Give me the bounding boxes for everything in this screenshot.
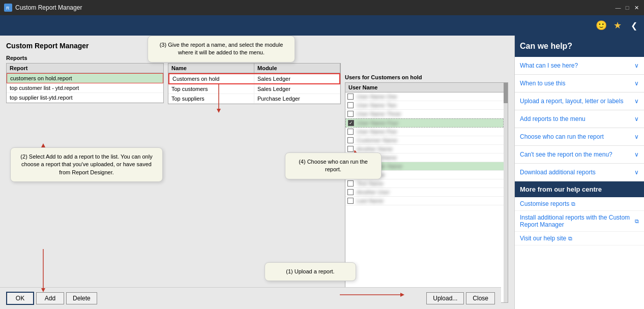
user-checkbox[interactable] <box>347 146 354 152</box>
list-item[interactable]: ✓ User Name Four <box>345 118 504 128</box>
user-name: Customer Name <box>357 137 502 143</box>
sidebar-item-add-reports[interactable]: Add reports to the menu ∨ <box>515 110 644 128</box>
close-button[interactable]: Close <box>466 292 495 304</box>
callout-choose-who: (4) Choose who can run the report. <box>285 152 382 179</box>
chevron-down-icon: ∨ <box>634 169 639 176</box>
user-checkbox[interactable] <box>347 189 354 195</box>
module-cell: Purchase Ledger <box>254 94 340 103</box>
name-header: Name <box>168 64 254 73</box>
upload-button[interactable]: Upload... <box>426 292 464 304</box>
chevron-down-icon: ∨ <box>634 80 639 87</box>
user-name: User Name Four <box>357 120 501 126</box>
module-header: Module <box>254 64 340 73</box>
external-link-icon: ⧉ <box>568 235 572 242</box>
list-item[interactable]: Test Name <box>345 179 504 188</box>
sidebar-item-cant-see[interactable]: Can't see the report on the menu? ∨ <box>515 146 644 164</box>
svg-text:R: R <box>6 6 10 11</box>
user-name: User Name Two <box>357 102 502 108</box>
reports-table-header: Report <box>7 64 163 73</box>
chevron-down-icon: ∨ <box>634 62 639 69</box>
user-checkbox[interactable] <box>347 102 354 108</box>
user-name: Another User <box>357 189 502 195</box>
sidebar-header: Can we help? <box>515 36 644 57</box>
name-cell: Top suppliers <box>168 94 254 103</box>
user-checkbox[interactable] <box>347 180 354 187</box>
external-link-icon: ⧉ <box>571 201 575 207</box>
sidebar-link-visit-help[interactable]: Visit our help site ⧉ <box>515 232 644 245</box>
title-bar: R Custom Report Manager — □ ✕ <box>0 0 644 15</box>
user-checkbox[interactable] <box>347 129 354 135</box>
module-cell: Sales Ledger <box>254 84 340 94</box>
window-controls: — □ ✕ <box>614 4 640 11</box>
user-checkbox[interactable]: ✓ <box>348 120 354 126</box>
users-header: User Name <box>345 83 504 92</box>
help-centre-header: More from our help centre <box>515 181 644 197</box>
table-row[interactable]: Top suppliers Purchase Ledger <box>168 94 340 104</box>
user-checkbox[interactable] <box>347 198 354 204</box>
user-checkbox[interactable] <box>347 111 354 117</box>
user-checkbox[interactable] <box>347 94 354 100</box>
table-row[interactable]: customers on hold.report <box>7 73 163 83</box>
user-name: Another Name <box>357 146 502 152</box>
chevron-down-icon: ∨ <box>634 98 639 105</box>
add-button[interactable]: Add <box>36 292 64 304</box>
list-item[interactable]: Customer Name <box>345 136 504 145</box>
reports-table: Report customers on hold.report top cust… <box>6 63 164 103</box>
sidebar: Can we help? What can I see here? ∨ When… <box>514 36 644 309</box>
user-name: Last Name <box>357 198 502 204</box>
star-icon[interactable]: ★ <box>611 19 624 32</box>
ok-button[interactable]: OK <box>6 292 34 305</box>
user-name: User Name One <box>357 94 502 100</box>
table-row[interactable]: top supplier list-ytd.report <box>7 93 163 103</box>
chevron-left-icon[interactable]: ❮ <box>628 19 640 32</box>
smiley-icon[interactable]: 🙂 <box>595 19 607 32</box>
module-cell: Sales Ledger <box>254 74 339 83</box>
list-item[interactable]: Last Name <box>345 197 504 205</box>
delete-button[interactable]: Delete <box>66 292 97 304</box>
name-cell: Customers on hold <box>169 74 254 83</box>
chevron-down-icon: ∨ <box>634 115 639 122</box>
app-icon: R <box>4 4 12 12</box>
external-link-icon: ⧉ <box>635 218 639 225</box>
users-table: User Name User Name One User Name Two <box>345 83 504 302</box>
minimize-button[interactable]: — <box>614 4 622 11</box>
list-item[interactable]: User Name Two <box>345 101 504 110</box>
list-item[interactable]: User Name Five <box>345 128 504 136</box>
chevron-down-icon: ∨ <box>634 151 639 158</box>
window-title: Custom Report Manager <box>15 4 82 11</box>
user-name: Test Name <box>357 180 502 187</box>
user-name: User Name Three <box>357 111 502 117</box>
table-row[interactable]: Customers on hold Sales Ledger <box>168 73 340 84</box>
sidebar-item-upload-report[interactable]: Upload a report, layout, letter or label… <box>515 92 644 110</box>
close-button[interactable]: ✕ <box>633 4 640 11</box>
callout-bottom: (1) Upload a report. <box>265 262 356 281</box>
sidebar-link-customise[interactable]: Customise reports ⧉ <box>515 197 644 211</box>
list-item[interactable]: User Name One <box>345 92 504 101</box>
name-module-table: Name Module Customers on hold Sales Ledg… <box>168 63 341 104</box>
list-item[interactable]: User Name Three <box>345 110 504 118</box>
sidebar-item-what-can-i-see[interactable]: What can I see here? ∨ <box>515 57 644 75</box>
sidebar-item-choose-who[interactable]: Choose who can run the report ∨ <box>515 128 644 146</box>
table-row[interactable]: Top customers Sales Ledger <box>168 84 340 94</box>
callout-top: (3) Give the report a name, and select t… <box>148 36 295 63</box>
toolbar: 🙂 ★ ❮ <box>0 15 644 36</box>
table-row[interactable]: top customer list - ytd.report <box>7 83 163 93</box>
sidebar-link-install-additional[interactable]: Install additional reports with the Cust… <box>515 211 644 232</box>
user-checkbox[interactable] <box>347 137 354 143</box>
maximize-button[interactable]: □ <box>624 4 631 11</box>
sidebar-item-download[interactable]: Download additional reports ∨ <box>515 164 644 181</box>
callout-middle-left: (2) Select Add to add a report to the li… <box>10 147 163 182</box>
list-item[interactable]: Another User <box>345 188 504 197</box>
sidebar-item-when-to-use[interactable]: When to use this ∨ <box>515 75 644 92</box>
user-name: User Name Five <box>357 129 502 135</box>
users-title: Users for Customers on hold <box>345 74 508 80</box>
name-cell: Top customers <box>168 84 254 94</box>
chevron-down-icon: ∨ <box>634 133 639 140</box>
